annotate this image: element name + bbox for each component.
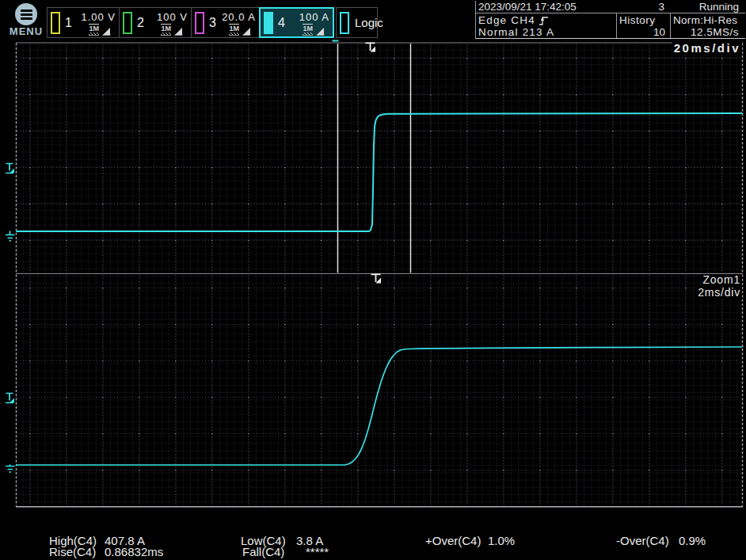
channel-2-number: 2 (137, 16, 144, 30)
channel-1-scale: 1.00 V (81, 12, 116, 23)
measurement-fall: Fall(C4) ***** (242, 546, 329, 558)
coupling-impedance-icon: 1M (303, 24, 313, 36)
probe-icon (102, 27, 111, 36)
zoom-graticule (17, 275, 743, 507)
trigger-level-marker-main[interactable] (6, 164, 14, 173)
main-graticule (17, 44, 743, 273)
trigger-level-marker-zoom[interactable] (6, 394, 14, 403)
history-box[interactable]: History 10 (616, 13, 670, 38)
channel-3-color-swatch (195, 12, 204, 34)
channel4-trace-main (17, 113, 742, 231)
measurement-pover: +Over(C4) 1.0% (425, 535, 515, 547)
run-state: Running (670, 1, 745, 13)
channel-2-scale: 100 V (157, 12, 188, 23)
channel4-trace-zoom (17, 347, 742, 465)
trigger-mode: Normal 213 A (478, 26, 554, 38)
logic-button[interactable]: Logic (336, 7, 378, 38)
measurement-value: 0.86832ms (105, 546, 163, 558)
channel-4-color-swatch (264, 12, 273, 34)
zoom-window-title[interactable]: Zoom1 (701, 274, 742, 286)
oscilloscope-screen: MENU 1 1.00 V 1M 2 100 V 1M (0, 0, 746, 560)
trigger-position-marker (366, 43, 376, 51)
measurement-label: Rise(C4) (49, 546, 105, 558)
trigger-settings-box[interactable]: Edge CH4 Normal 213 A (476, 13, 616, 38)
menu-label: MENU (5, 26, 48, 36)
channel-3-scale: 20.0 A (222, 12, 256, 23)
graticule-borders (16, 43, 743, 274)
coupling-impedance-icon: 1M (161, 24, 171, 36)
channel-strip: 1 1.00 V 1M 2 100 V 1M 3 (48, 7, 378, 38)
probe-icon (242, 27, 251, 36)
measurement-label: +Over(C4) (425, 535, 488, 547)
measurement-label: Fall(C4) (242, 546, 306, 558)
trigger-type: Edge CH4 (478, 14, 535, 26)
channel-button-2[interactable]: 2 100 V 1M (119, 7, 192, 38)
channel-4-scale: 100 A (299, 12, 329, 23)
history-label: History (617, 14, 670, 26)
channel-1-color-swatch (51, 12, 60, 34)
channel-3-number: 3 (209, 16, 216, 30)
acquisition-count: 3 (616, 1, 670, 13)
channel-button-3[interactable]: 3 20.0 A 1M (191, 7, 260, 38)
channel-button-4[interactable]: 4 100 A 1M (259, 7, 334, 38)
channel-4-number: 4 (278, 16, 285, 30)
measurement-rise: Rise(C4) 0.86832ms (49, 546, 163, 558)
measurement-value: 0.9% (679, 535, 706, 547)
menu-button[interactable]: MENU (5, 2, 48, 40)
record-mode: Norm:Hi-Res (671, 14, 745, 26)
channel-2-color-swatch (123, 12, 132, 34)
logic-label: Logic (349, 16, 390, 29)
sample-rate: 12.5MS/s (671, 26, 745, 38)
rising-edge-icon (539, 15, 549, 26)
ground-marker-zoom (6, 465, 15, 473)
coupling-impedance-icon: 1M (89, 24, 99, 36)
zoom-timebase-label[interactable]: 2ms/div (696, 287, 742, 299)
waveform-display (0, 0, 746, 560)
status-panel: 2023/09/21 17:42:05 3 Running Edge CH4 N… (475, 1, 745, 39)
ground-marker-main (6, 231, 15, 242)
datetime: 2023/09/21 17:42:05 (476, 1, 616, 13)
measurement-label: -Over(C4) (616, 535, 679, 547)
measurement-value: 1.0% (488, 535, 515, 547)
channel-1-number: 1 (65, 16, 72, 30)
acquisition-box[interactable]: Norm:Hi-Res 12.5MS/s (670, 13, 745, 38)
channel-button-1[interactable]: 1 1.00 V 1M (47, 7, 120, 38)
hamburger-icon (15, 3, 37, 25)
coupling-impedance-icon: 1M (229, 24, 239, 36)
history-count: 10 (617, 26, 670, 38)
measurement-value: ***** (306, 546, 329, 558)
probe-icon (316, 27, 325, 36)
zoom-position-marker (371, 274, 382, 283)
graticule-side-ticks (17, 44, 743, 507)
probe-icon (174, 27, 183, 36)
measurement-nover: -Over(C4) 0.9% (616, 535, 706, 547)
logic-color-swatch (340, 12, 349, 34)
main-timebase-label[interactable]: 20ms/div (672, 42, 742, 55)
